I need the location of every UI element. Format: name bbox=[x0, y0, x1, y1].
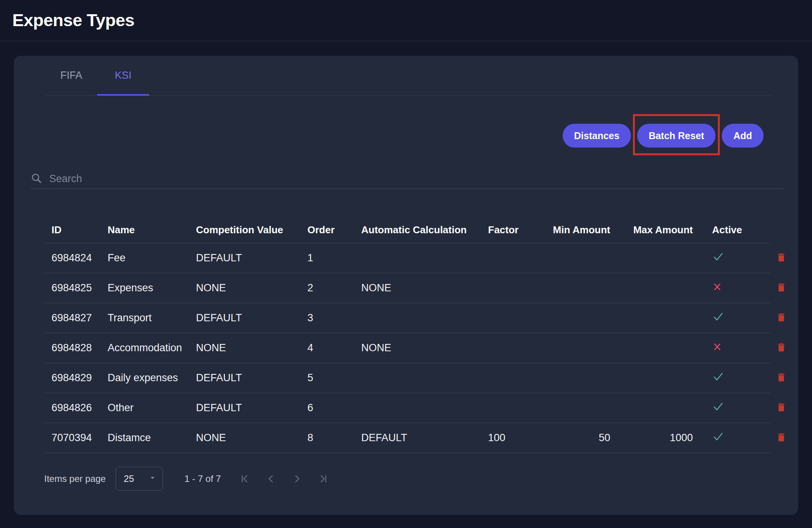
cell-name: Transport bbox=[102, 312, 191, 324]
column-header-automatic_calculation: Automatic Calculation bbox=[356, 224, 483, 236]
search-icon bbox=[31, 173, 42, 186]
cell-active bbox=[696, 251, 765, 266]
table-row: 6984824FeeDEFAULT1 bbox=[45, 243, 770, 273]
cell-id: 6984824 bbox=[45, 252, 102, 264]
cell-order: 6 bbox=[302, 402, 356, 414]
cell-id: 6984825 bbox=[45, 282, 102, 294]
cell-active bbox=[696, 400, 765, 415]
column-header-min_amount: Min Amount bbox=[550, 224, 613, 236]
cell-delete bbox=[765, 310, 798, 325]
tab-fifa[interactable]: FIFA bbox=[45, 56, 97, 95]
cell-competition_value: NONE bbox=[191, 282, 302, 294]
delete-button[interactable] bbox=[774, 400, 788, 415]
delete-button[interactable] bbox=[774, 340, 788, 355]
cell-order: 8 bbox=[302, 432, 356, 444]
chevron-down-icon bbox=[148, 473, 157, 485]
add-button[interactable]: Add bbox=[722, 124, 764, 148]
cell-delete bbox=[765, 251, 798, 266]
cell-order: 3 bbox=[302, 312, 356, 324]
content-card: FIFA KSI Distances Batch Reset Add IDNam… bbox=[14, 56, 798, 515]
distances-button[interactable]: Distances bbox=[563, 124, 631, 148]
cell-automatic_calculation: NONE bbox=[356, 342, 483, 354]
cell-delete bbox=[765, 370, 798, 385]
check-icon bbox=[712, 433, 724, 445]
table-row: 7070394DistamceNONE8DEFAULT100501000 bbox=[45, 423, 770, 453]
cell-id: 6984827 bbox=[45, 312, 102, 324]
page-size-value: 25 bbox=[124, 473, 134, 484]
page-range-label: 1 - 7 of 7 bbox=[184, 473, 221, 484]
table-body: 6984824FeeDEFAULT16984825ExpensesNONE2NO… bbox=[45, 243, 770, 453]
delete-button[interactable] bbox=[774, 251, 788, 266]
delete-button[interactable] bbox=[774, 430, 788, 445]
trash-icon bbox=[776, 372, 787, 384]
cell-competition_value: NONE bbox=[191, 432, 302, 444]
trash-icon bbox=[776, 312, 787, 324]
first-page-icon[interactable] bbox=[237, 471, 252, 486]
cell-id: 6984829 bbox=[45, 372, 102, 384]
column-header-factor: Factor bbox=[483, 224, 550, 236]
cell-order: 1 bbox=[302, 252, 356, 264]
cell-competition_value: DEFAULT bbox=[191, 402, 302, 414]
cell-id: 6984826 bbox=[45, 402, 102, 414]
cell-competition_value: DEFAULT bbox=[191, 312, 302, 324]
trash-icon bbox=[776, 402, 787, 414]
page-title: Expense Types bbox=[12, 10, 135, 30]
cell-competition_value: NONE bbox=[191, 342, 302, 354]
cell-max_amount: 1000 bbox=[613, 432, 696, 444]
table-row: 6984827TransportDEFAULT3 bbox=[45, 303, 770, 333]
delete-button[interactable] bbox=[774, 281, 788, 296]
column-header-id: ID bbox=[45, 224, 102, 236]
column-header-order: Order bbox=[302, 224, 356, 236]
cell-delete bbox=[765, 430, 798, 445]
cell-active bbox=[696, 310, 765, 325]
cell-competition_value: DEFAULT bbox=[191, 252, 302, 264]
last-page-icon[interactable] bbox=[316, 471, 331, 486]
action-buttons-row: Distances Batch Reset Add bbox=[14, 124, 764, 148]
chevron-right-icon[interactable] bbox=[289, 471, 305, 486]
batch-reset-wrapper: Batch Reset bbox=[637, 124, 716, 148]
check-icon bbox=[712, 254, 724, 265]
cell-id: 6984828 bbox=[45, 342, 102, 354]
cell-active bbox=[696, 430, 765, 445]
cell-order: 4 bbox=[302, 342, 356, 354]
trash-icon bbox=[776, 432, 787, 444]
table-row: 6984828AccommodationNONE4NONE bbox=[45, 333, 770, 363]
x-icon bbox=[712, 283, 722, 294]
cell-name: Daily expenses bbox=[102, 372, 191, 384]
table-row: 6984825ExpensesNONE2NONE bbox=[45, 273, 770, 303]
cell-name: Fee bbox=[102, 252, 191, 264]
batch-reset-button[interactable]: Batch Reset bbox=[637, 124, 716, 148]
trash-icon bbox=[776, 252, 787, 264]
cell-active bbox=[696, 342, 765, 355]
check-icon bbox=[712, 314, 724, 325]
check-icon bbox=[712, 374, 724, 385]
cell-competition_value: DEFAULT bbox=[191, 372, 302, 384]
delete-button[interactable] bbox=[774, 370, 788, 385]
cell-order: 5 bbox=[302, 372, 356, 384]
cell-factor: 100 bbox=[483, 432, 550, 444]
tab-ksi[interactable]: KSI bbox=[97, 56, 149, 95]
trash-icon bbox=[776, 282, 787, 294]
page-size-select[interactable]: 25 bbox=[116, 467, 163, 491]
tab-bar: FIFA KSI bbox=[45, 56, 772, 96]
chevron-left-icon[interactable] bbox=[263, 471, 279, 486]
cell-delete bbox=[765, 400, 798, 415]
cell-name: Expenses bbox=[102, 282, 191, 294]
cell-min_amount: 50 bbox=[550, 432, 613, 444]
cell-delete bbox=[765, 281, 798, 296]
cell-delete bbox=[765, 340, 798, 355]
cell-name: Accommodation bbox=[102, 342, 191, 354]
cell-active bbox=[696, 282, 765, 295]
delete-button[interactable] bbox=[774, 310, 788, 325]
cell-active bbox=[696, 370, 765, 385]
items-per-page-label: Items per page bbox=[44, 473, 106, 484]
search-input[interactable] bbox=[49, 173, 784, 185]
table-header-row: IDNameCompetition ValueOrderAutomatic Ca… bbox=[45, 217, 770, 243]
column-header-competition_value: Competition Value bbox=[191, 224, 302, 236]
table-row: 6984826OtherDEFAULT6 bbox=[45, 393, 770, 423]
cell-automatic_calculation: DEFAULT bbox=[356, 432, 483, 444]
column-header-max_amount: Max Amount bbox=[613, 224, 696, 236]
x-icon bbox=[712, 343, 722, 354]
cell-automatic_calculation: NONE bbox=[356, 282, 483, 294]
paginator-nav bbox=[237, 471, 331, 486]
